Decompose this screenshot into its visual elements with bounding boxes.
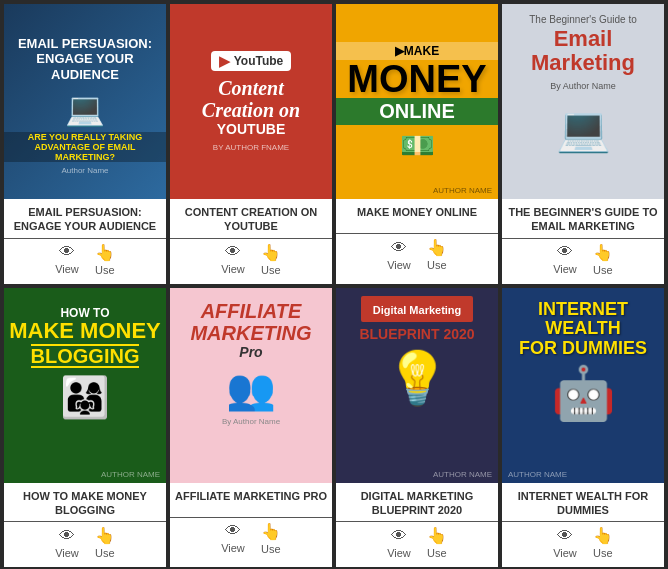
laptop-icon: 💻 (556, 103, 611, 155)
use-action[interactable]: 👆 Use (427, 238, 447, 271)
hand-icon: 👆 (261, 522, 281, 541)
book-cover-email-persuasion: EMAIL PERSUASION:ENGAGE YOUR AUDIENCE 💻 … (4, 4, 166, 199)
hand-icon: 👆 (427, 526, 447, 545)
author: By Author Name (222, 417, 280, 426)
view-action[interactable]: 👁 View (387, 527, 411, 559)
book-grid: EMAIL PERSUASION:ENGAGE YOUR AUDIENCE 💻 … (0, 0, 668, 569)
use-action[interactable]: 👆 Use (427, 526, 447, 559)
hand-icon: 👆 (95, 243, 115, 262)
view-action[interactable]: 👁 View (55, 243, 79, 275)
view-label: View (55, 263, 79, 275)
card-internet-wealth: INTERNET WEALTHFOR DUMMIES 🤖 AUTHOR NAME… (502, 288, 664, 568)
eye-icon: 👁 (225, 243, 241, 261)
digital-text: Digital Marketing (373, 304, 462, 316)
use-action[interactable]: 👆 Use (261, 522, 281, 555)
hand-icon: 👆 (593, 243, 613, 262)
make-text: MAKE MONEY (9, 320, 161, 342)
use-action[interactable]: 👆 Use (261, 243, 281, 276)
card-actions: 👁 View 👆 Use (387, 522, 447, 567)
how-text: HOW TO (60, 298, 109, 320)
youtube-text: YouTube (234, 54, 284, 68)
view-action[interactable]: 👁 View (221, 522, 245, 554)
youtube-badge: ▶ YouTube (211, 51, 292, 71)
author: AUTHOR NAME (433, 186, 492, 195)
people-icon: 👨‍👩‍👧 (60, 374, 110, 421)
eye-icon: 👁 (557, 243, 573, 261)
view-label: View (55, 547, 79, 559)
use-action[interactable]: 👆 Use (95, 243, 115, 276)
hand-icon: 👆 (427, 238, 447, 257)
card-label: CONTENT CREATION ON YOUTUBE (170, 199, 332, 238)
view-action[interactable]: 👁 View (221, 243, 245, 275)
card-actions: 👁 View 👆 Use (221, 518, 281, 563)
eye-icon: 👁 (391, 527, 407, 545)
author-name: Author Name (61, 166, 108, 175)
book-sub: ARE YOU REALLY TAKING ADVANTAGE OF EMAIL… (4, 132, 166, 162)
book-cover-wealth: INTERNET WEALTHFOR DUMMIES 🤖 AUTHOR NAME (502, 288, 664, 483)
laptop-icon: 💻 (65, 90, 105, 128)
card-label: HOW TO MAKE MONEY BLOGGING (4, 483, 166, 522)
book-title-line1: EMAIL PERSUASION:ENGAGE YOUR AUDIENCE (4, 28, 166, 87)
robot-icon: 🤖 (551, 363, 616, 424)
author: AUTHOR NAME (101, 470, 160, 479)
email-marketing-title: EmailMarketing (527, 25, 639, 77)
card-affiliate: AFFILIATEMARKETING Pro 👥 By Author Name … (170, 288, 332, 568)
view-action[interactable]: 👁 View (387, 239, 411, 271)
beginners-guide-top: The Beginner's Guide to (521, 14, 645, 25)
card-label: THE BEGINNER'S GUIDE TO EMAIL MARKETING (502, 199, 664, 238)
card-actions: 👁 View 👆 Use (55, 522, 115, 567)
use-label: Use (593, 264, 613, 276)
card-label: INTERNET WEALTH FOR DUMMIES (502, 483, 664, 522)
card-actions: 👁 View 👆 Use (387, 234, 447, 279)
card-label: AFFILIATE MARKETING PRO (171, 483, 331, 517)
hand-icon: 👆 (593, 526, 613, 545)
view-label: View (553, 547, 577, 559)
view-label: View (387, 259, 411, 271)
use-label: Use (261, 543, 281, 555)
view-action[interactable]: 👁 View (55, 527, 79, 559)
by-author: By Author Name (550, 81, 616, 91)
view-label: View (221, 542, 245, 554)
card-beginners-guide: The Beginner's Guide to EmailMarketing B… (502, 4, 664, 284)
use-label: Use (593, 547, 613, 559)
use-action[interactable]: 👆 Use (593, 526, 613, 559)
pro-text: Pro (239, 344, 262, 360)
view-label: View (387, 547, 411, 559)
digital-badge: Digital Marketing (361, 296, 474, 322)
eye-icon: 👁 (59, 527, 75, 545)
use-label: Use (95, 547, 115, 559)
use-action[interactable]: 👆 Use (95, 526, 115, 559)
card-actions: 👁 View 👆 Use (221, 239, 281, 284)
card-actions: 👁 View 👆 Use (553, 522, 613, 567)
use-label: Use (95, 264, 115, 276)
use-label: Use (261, 264, 281, 276)
bulb-icon: 💡 (385, 348, 450, 409)
view-action[interactable]: 👁 View (553, 243, 577, 275)
use-label: Use (427, 259, 447, 271)
use-action[interactable]: 👆 Use (593, 243, 613, 276)
book-cover-blogging: HOW TO MAKE MONEY BLOGGING 👨‍👩‍👧 AUTHOR … (4, 288, 166, 483)
card-content-creation: ▶ YouTube ContentCreation on YOUTUBE BY … (170, 4, 332, 284)
blogging-text: BLOGGING (31, 344, 140, 368)
card-blogging: HOW TO MAKE MONEY BLOGGING 👨‍👩‍👧 AUTHOR … (4, 288, 166, 568)
card-make-money: ▶MAKE MONEY ONLINE 💵 AUTHOR NAME MAKE MO… (336, 4, 498, 284)
card-label: DIGITAL MARKETING BLUEPRINT 2020 (336, 483, 498, 522)
book-cover-affiliate: AFFILIATEMARKETING Pro 👥 By Author Name (170, 288, 332, 483)
use-label: Use (427, 547, 447, 559)
book-cover-beginners: The Beginner's Guide to EmailMarketing B… (502, 4, 664, 199)
view-action[interactable]: 👁 View (553, 527, 577, 559)
make-text: ▶MAKE (336, 42, 498, 60)
book-cover-money: ▶MAKE MONEY ONLINE 💵 AUTHOR NAME (336, 4, 498, 199)
money-icon: 💵 (400, 129, 435, 162)
internet-wealth-title: INTERNET WEALTHFOR DUMMIES (502, 296, 664, 363)
hand-icon: 👆 (261, 243, 281, 262)
card-actions: 👁 View 👆 Use (55, 239, 115, 284)
money-text: MONEY (347, 60, 486, 98)
card-label: EMAIL PERSUASION: ENGAGE YOUR AUDIENCE (4, 199, 166, 238)
eye-icon: 👁 (391, 239, 407, 257)
book-main-title: ContentCreation on (202, 77, 300, 121)
book-subtitle: YOUTUBE (217, 121, 285, 137)
author: BY AUTHOR FNAME (213, 143, 289, 152)
eye-icon: 👁 (59, 243, 75, 261)
online-text: ONLINE (336, 98, 498, 125)
